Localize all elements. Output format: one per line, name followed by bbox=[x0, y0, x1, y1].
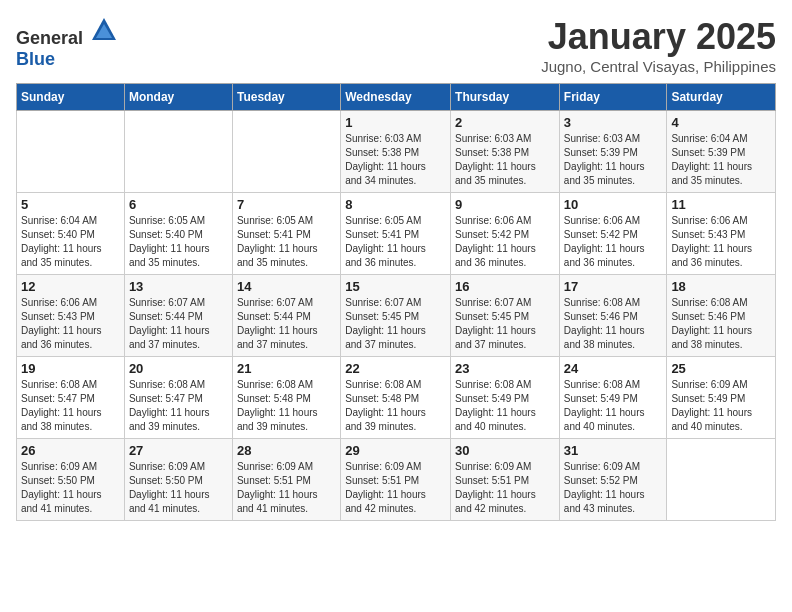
day-number: 21 bbox=[237, 361, 336, 376]
calendar-cell: 2Sunrise: 6:03 AM Sunset: 5:38 PM Daylig… bbox=[451, 111, 560, 193]
calendar-cell: 31Sunrise: 6:09 AM Sunset: 5:52 PM Dayli… bbox=[559, 439, 667, 521]
day-info: Sunrise: 6:06 AM Sunset: 5:42 PM Dayligh… bbox=[455, 214, 555, 270]
location-title: Jugno, Central Visayas, Philippines bbox=[541, 58, 776, 75]
day-info: Sunrise: 6:09 AM Sunset: 5:49 PM Dayligh… bbox=[671, 378, 771, 434]
day-info: Sunrise: 6:06 AM Sunset: 5:43 PM Dayligh… bbox=[671, 214, 771, 270]
weekday-header-row: SundayMondayTuesdayWednesdayThursdayFrid… bbox=[17, 84, 776, 111]
calendar-cell: 13Sunrise: 6:07 AM Sunset: 5:44 PM Dayli… bbox=[124, 275, 232, 357]
month-title: January 2025 bbox=[541, 16, 776, 58]
calendar-week-row: 1Sunrise: 6:03 AM Sunset: 5:38 PM Daylig… bbox=[17, 111, 776, 193]
day-number: 17 bbox=[564, 279, 663, 294]
day-number: 12 bbox=[21, 279, 120, 294]
weekday-header-saturday: Saturday bbox=[667, 84, 776, 111]
calendar-cell: 23Sunrise: 6:08 AM Sunset: 5:49 PM Dayli… bbox=[451, 357, 560, 439]
day-number: 14 bbox=[237, 279, 336, 294]
calendar-cell: 24Sunrise: 6:08 AM Sunset: 5:49 PM Dayli… bbox=[559, 357, 667, 439]
calendar-cell: 9Sunrise: 6:06 AM Sunset: 5:42 PM Daylig… bbox=[451, 193, 560, 275]
logo: General Blue bbox=[16, 16, 118, 70]
day-number: 2 bbox=[455, 115, 555, 130]
day-number: 22 bbox=[345, 361, 446, 376]
calendar-cell: 30Sunrise: 6:09 AM Sunset: 5:51 PM Dayli… bbox=[451, 439, 560, 521]
calendar-cell: 3Sunrise: 6:03 AM Sunset: 5:39 PM Daylig… bbox=[559, 111, 667, 193]
day-number: 26 bbox=[21, 443, 120, 458]
weekday-header-thursday: Thursday bbox=[451, 84, 560, 111]
day-number: 6 bbox=[129, 197, 228, 212]
day-number: 8 bbox=[345, 197, 446, 212]
calendar-cell: 26Sunrise: 6:09 AM Sunset: 5:50 PM Dayli… bbox=[17, 439, 125, 521]
calendar-cell: 1Sunrise: 6:03 AM Sunset: 5:38 PM Daylig… bbox=[341, 111, 451, 193]
calendar-cell: 14Sunrise: 6:07 AM Sunset: 5:44 PM Dayli… bbox=[232, 275, 340, 357]
day-info: Sunrise: 6:04 AM Sunset: 5:39 PM Dayligh… bbox=[671, 132, 771, 188]
day-number: 28 bbox=[237, 443, 336, 458]
day-number: 18 bbox=[671, 279, 771, 294]
weekday-header-tuesday: Tuesday bbox=[232, 84, 340, 111]
calendar-week-row: 5Sunrise: 6:04 AM Sunset: 5:40 PM Daylig… bbox=[17, 193, 776, 275]
calendar-cell: 27Sunrise: 6:09 AM Sunset: 5:50 PM Dayli… bbox=[124, 439, 232, 521]
day-number: 16 bbox=[455, 279, 555, 294]
calendar-cell: 5Sunrise: 6:04 AM Sunset: 5:40 PM Daylig… bbox=[17, 193, 125, 275]
day-info: Sunrise: 6:08 AM Sunset: 5:47 PM Dayligh… bbox=[129, 378, 228, 434]
day-info: Sunrise: 6:08 AM Sunset: 5:46 PM Dayligh… bbox=[671, 296, 771, 352]
calendar-cell bbox=[232, 111, 340, 193]
day-number: 20 bbox=[129, 361, 228, 376]
day-number: 13 bbox=[129, 279, 228, 294]
calendar-cell: 29Sunrise: 6:09 AM Sunset: 5:51 PM Dayli… bbox=[341, 439, 451, 521]
calendar-cell: 19Sunrise: 6:08 AM Sunset: 5:47 PM Dayli… bbox=[17, 357, 125, 439]
calendar-cell: 16Sunrise: 6:07 AM Sunset: 5:45 PM Dayli… bbox=[451, 275, 560, 357]
day-info: Sunrise: 6:09 AM Sunset: 5:50 PM Dayligh… bbox=[21, 460, 120, 516]
day-info: Sunrise: 6:08 AM Sunset: 5:47 PM Dayligh… bbox=[21, 378, 120, 434]
day-info: Sunrise: 6:03 AM Sunset: 5:38 PM Dayligh… bbox=[455, 132, 555, 188]
day-number: 27 bbox=[129, 443, 228, 458]
day-info: Sunrise: 6:08 AM Sunset: 5:48 PM Dayligh… bbox=[237, 378, 336, 434]
title-block: January 2025 Jugno, Central Visayas, Phi… bbox=[541, 16, 776, 75]
calendar-cell: 11Sunrise: 6:06 AM Sunset: 5:43 PM Dayli… bbox=[667, 193, 776, 275]
calendar-cell: 28Sunrise: 6:09 AM Sunset: 5:51 PM Dayli… bbox=[232, 439, 340, 521]
day-number: 19 bbox=[21, 361, 120, 376]
calendar-cell: 10Sunrise: 6:06 AM Sunset: 5:42 PM Dayli… bbox=[559, 193, 667, 275]
calendar-cell: 25Sunrise: 6:09 AM Sunset: 5:49 PM Dayli… bbox=[667, 357, 776, 439]
day-info: Sunrise: 6:08 AM Sunset: 5:49 PM Dayligh… bbox=[564, 378, 663, 434]
day-number: 24 bbox=[564, 361, 663, 376]
calendar-cell: 20Sunrise: 6:08 AM Sunset: 5:47 PM Dayli… bbox=[124, 357, 232, 439]
day-info: Sunrise: 6:09 AM Sunset: 5:51 PM Dayligh… bbox=[237, 460, 336, 516]
calendar-week-row: 12Sunrise: 6:06 AM Sunset: 5:43 PM Dayli… bbox=[17, 275, 776, 357]
calendar-cell bbox=[17, 111, 125, 193]
day-number: 25 bbox=[671, 361, 771, 376]
day-number: 11 bbox=[671, 197, 771, 212]
day-info: Sunrise: 6:03 AM Sunset: 5:38 PM Dayligh… bbox=[345, 132, 446, 188]
day-number: 9 bbox=[455, 197, 555, 212]
day-info: Sunrise: 6:09 AM Sunset: 5:51 PM Dayligh… bbox=[455, 460, 555, 516]
day-info: Sunrise: 6:07 AM Sunset: 5:44 PM Dayligh… bbox=[237, 296, 336, 352]
day-info: Sunrise: 6:07 AM Sunset: 5:45 PM Dayligh… bbox=[455, 296, 555, 352]
day-number: 4 bbox=[671, 115, 771, 130]
calendar-table: SundayMondayTuesdayWednesdayThursdayFrid… bbox=[16, 83, 776, 521]
calendar-cell: 4Sunrise: 6:04 AM Sunset: 5:39 PM Daylig… bbox=[667, 111, 776, 193]
calendar-cell: 15Sunrise: 6:07 AM Sunset: 5:45 PM Dayli… bbox=[341, 275, 451, 357]
calendar-cell: 7Sunrise: 6:05 AM Sunset: 5:41 PM Daylig… bbox=[232, 193, 340, 275]
weekday-header-friday: Friday bbox=[559, 84, 667, 111]
calendar-cell bbox=[667, 439, 776, 521]
weekday-header-wednesday: Wednesday bbox=[341, 84, 451, 111]
day-number: 10 bbox=[564, 197, 663, 212]
day-number: 5 bbox=[21, 197, 120, 212]
day-info: Sunrise: 6:09 AM Sunset: 5:50 PM Dayligh… bbox=[129, 460, 228, 516]
calendar-cell: 22Sunrise: 6:08 AM Sunset: 5:48 PM Dayli… bbox=[341, 357, 451, 439]
day-info: Sunrise: 6:08 AM Sunset: 5:46 PM Dayligh… bbox=[564, 296, 663, 352]
calendar-cell: 17Sunrise: 6:08 AM Sunset: 5:46 PM Dayli… bbox=[559, 275, 667, 357]
calendar-cell bbox=[124, 111, 232, 193]
calendar-cell: 8Sunrise: 6:05 AM Sunset: 5:41 PM Daylig… bbox=[341, 193, 451, 275]
weekday-header-monday: Monday bbox=[124, 84, 232, 111]
day-info: Sunrise: 6:08 AM Sunset: 5:49 PM Dayligh… bbox=[455, 378, 555, 434]
calendar-cell: 12Sunrise: 6:06 AM Sunset: 5:43 PM Dayli… bbox=[17, 275, 125, 357]
day-number: 1 bbox=[345, 115, 446, 130]
calendar-cell: 21Sunrise: 6:08 AM Sunset: 5:48 PM Dayli… bbox=[232, 357, 340, 439]
day-info: Sunrise: 6:07 AM Sunset: 5:45 PM Dayligh… bbox=[345, 296, 446, 352]
day-info: Sunrise: 6:09 AM Sunset: 5:51 PM Dayligh… bbox=[345, 460, 446, 516]
day-info: Sunrise: 6:07 AM Sunset: 5:44 PM Dayligh… bbox=[129, 296, 228, 352]
day-number: 7 bbox=[237, 197, 336, 212]
day-info: Sunrise: 6:03 AM Sunset: 5:39 PM Dayligh… bbox=[564, 132, 663, 188]
calendar-cell: 6Sunrise: 6:05 AM Sunset: 5:40 PM Daylig… bbox=[124, 193, 232, 275]
page-header: General Blue January 2025 Jugno, Central… bbox=[16, 16, 776, 75]
day-number: 15 bbox=[345, 279, 446, 294]
day-info: Sunrise: 6:08 AM Sunset: 5:48 PM Dayligh… bbox=[345, 378, 446, 434]
